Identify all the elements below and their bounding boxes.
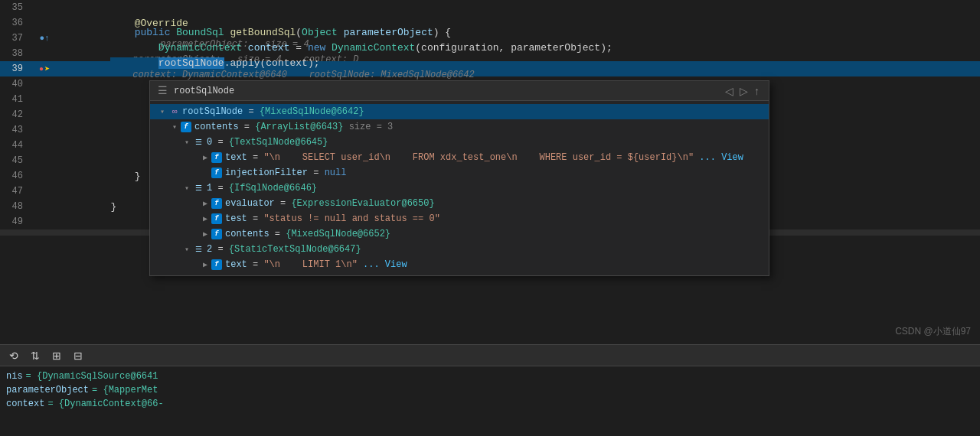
tooltip-title: rootSqlNode: [174, 86, 234, 96]
bottom-toolbar: ⟲ ⇅ ⊞ ⊟: [0, 345, 980, 366]
bottom-variables-panel: nis = {DynamicSqlSource@6641 parameterOb…: [0, 366, 980, 436]
tooltip-back-btn[interactable]: ◁: [724, 85, 735, 97]
tooltip-body: ▾ ∞ rootSqlNode = {MixedSqlNode@6642} ▾ …: [150, 101, 769, 275]
line-number-42: 42: [0, 109, 29, 120]
tree-toggle-root[interactable]: ▾: [156, 107, 168, 116]
line-gutter-37: ●↑: [29, 34, 60, 43]
oo-icon: ∞: [168, 106, 181, 117]
list-icon-0: ☰: [193, 137, 204, 148]
line-number-48: 48: [0, 201, 29, 212]
tooltip-header: ☰ rootSqlNode ◁ ▷ ↑: [150, 81, 769, 101]
tree-toggle-text-0[interactable]: ▶: [199, 153, 211, 162]
field-icon-text-2: f: [211, 259, 222, 270]
tree-item-evaluator[interactable]: ▶ f evaluator = {ExpressionEvaluator@665…: [150, 196, 769, 211]
line-number-41: 41: [0, 94, 29, 105]
tree-toggle-contents2[interactable]: ▶: [199, 229, 211, 239]
line-number-39: 39: [0, 63, 29, 74]
tree-toggle-2[interactable]: ▾: [181, 245, 193, 254]
list-icon-1: ☰: [193, 183, 204, 194]
field-icon-contents: f: [181, 122, 191, 132]
restore-button[interactable]: ⟲: [6, 348, 21, 363]
tooltip-nav: ◁ ▷ ↑: [724, 85, 761, 97]
var-row-this: nis = {DynamicSqlSource@6641: [6, 369, 974, 383]
tree-toggle-text-2[interactable]: ▶: [199, 260, 211, 269]
bottom-panel: ⟲ ⇅ ⊞ ⊟ nis = {DynamicSqlSource@6641 par…: [0, 344, 980, 436]
tree-item-test[interactable]: ▶ f test = "status != null and status ==…: [150, 211, 769, 226]
tree-root-item[interactable]: ▾ ∞ rootSqlNode = {MixedSqlNode@6642}: [150, 104, 769, 119]
tooltip-forward-btn[interactable]: ▷: [738, 85, 750, 97]
line-number-35: 35: [0, 2, 29, 13]
line-number-37: 37: [0, 33, 29, 44]
tree-item-text-2[interactable]: ▶ f text = "\n LIMIT 1\n " ... View: [150, 257, 769, 272]
tree-item-contents[interactable]: ▾ f contents = {ArrayList@6643} size = 3: [150, 119, 769, 135]
list-icon-2: ☰: [193, 244, 204, 255]
field-icon-text-0: f: [211, 152, 222, 163]
line-number-47: 47: [0, 186, 29, 197]
var-row-parameterobject: parameterObject = {MapperMet: [6, 383, 974, 397]
field-icon-evaluator: f: [211, 198, 222, 209]
table-button[interactable]: ⊞: [49, 348, 64, 363]
tree-toggle-evaluator[interactable]: ▶: [199, 199, 211, 208]
tree-toggle-test[interactable]: ▶: [199, 214, 211, 223]
editor-area: 35 36 @Override 37 ●↑ public BoundSql ge…: [0, 0, 980, 436]
field-icon-test: f: [211, 213, 222, 224]
code-lines: 35 36 @Override 37 ●↑ public BoundSql ge…: [0, 0, 980, 344]
field-icon-injection: f: [211, 168, 222, 178]
tooltip-expand-btn[interactable]: ↑: [753, 85, 761, 97]
line-number-38: 38: [0, 48, 29, 59]
line-number-44: 44: [0, 140, 29, 151]
tree-item-1[interactable]: ▾ ☰ 1 = {IfSqlNode@6646}: [150, 181, 769, 196]
line-number-40: 40: [0, 79, 29, 89]
tree-item-2[interactable]: ▾ ☰ 2 = {StaticTextSqlNode@6647}: [150, 242, 769, 257]
field-icon-contents2: f: [211, 229, 222, 239]
columns-button[interactable]: ⊟: [70, 348, 86, 363]
tree-item-text-0[interactable]: ▶ f text = "\n SELECT user_id\n FROM xdx…: [150, 150, 769, 165]
line-number-36: 36: [0, 18, 29, 28]
line-number-43: 43: [0, 125, 29, 135]
view-link-text-2[interactable]: ... View: [363, 259, 407, 270]
tree-toggle-0[interactable]: ▾: [181, 138, 193, 147]
sort-button[interactable]: ⇅: [28, 348, 43, 363]
debug-tooltip-popup: ☰ rootSqlNode ◁ ▷ ↑ ▾ ∞ rootSqlNode =: [149, 80, 769, 276]
tree-toggle-contents[interactable]: ▾: [168, 122, 181, 132]
line-gutter-39: ● ➤: [29, 63, 60, 75]
line-number-45: 45: [0, 155, 29, 166]
tree-item-injectionfilter[interactable]: f injectionFilter = null: [150, 165, 769, 181]
tooltip-icon: ☰: [158, 84, 168, 97]
view-link-text-0[interactable]: ... View: [699, 152, 743, 163]
tree-item-contents2[interactable]: ▶ f contents = {MixedSqlNode@6652}: [150, 226, 769, 242]
tree-toggle-1[interactable]: ▾: [181, 184, 193, 193]
watermark: CSDN @小道仙97: [895, 325, 971, 338]
var-row-context: context = {DynamicContext@66-: [6, 397, 974, 411]
line-number-49: 49: [0, 216, 29, 227]
tree-item-0[interactable]: ▾ ☰ 0 = {TextSqlNode@6645}: [150, 135, 769, 150]
line-number-46: 46: [0, 171, 29, 181]
